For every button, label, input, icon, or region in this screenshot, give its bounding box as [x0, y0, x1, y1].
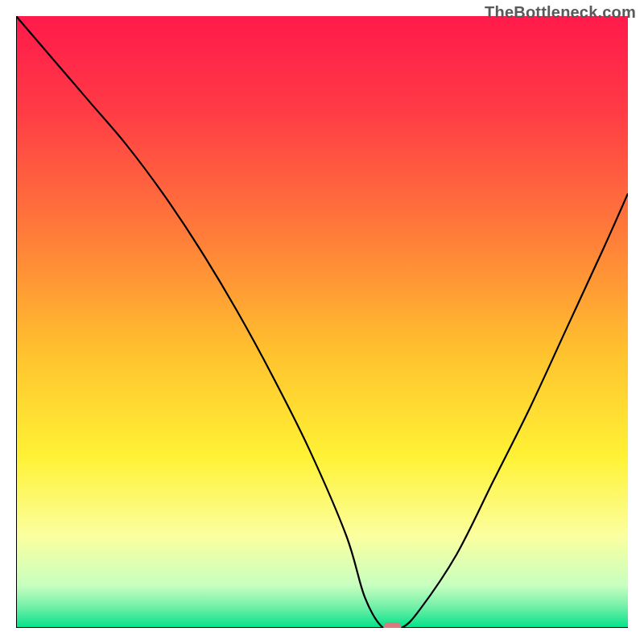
chart-container: TheBottleneck.com	[0, 0, 644, 644]
gradient-background	[16, 16, 628, 628]
chart-svg	[16, 16, 628, 628]
optimal-marker	[383, 622, 401, 628]
watermark-text: TheBottleneck.com	[485, 3, 636, 22]
plot-area	[16, 16, 628, 628]
